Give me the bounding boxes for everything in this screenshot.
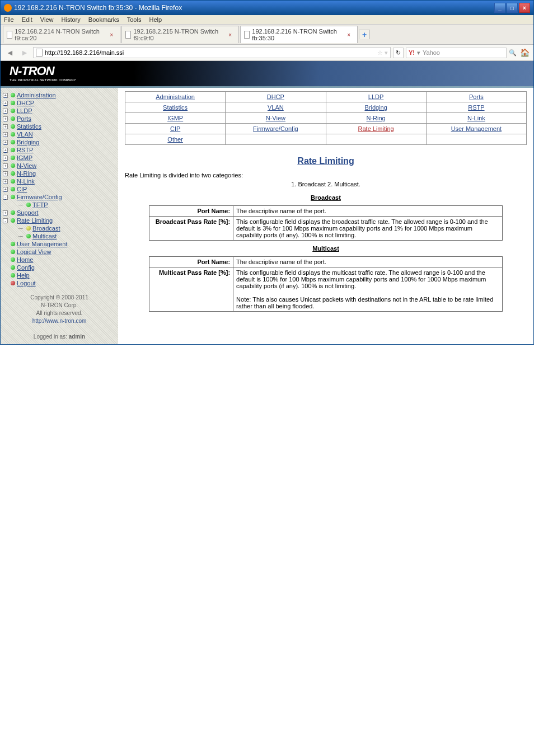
sidebar-item-logical-view[interactable]: Logical View xyxy=(3,248,116,256)
close-icon[interactable]: × xyxy=(347,32,350,38)
forward-button[interactable]: ► xyxy=(18,47,31,58)
minimize-button[interactable]: _ xyxy=(494,3,505,13)
bookmark-star-icon[interactable]: ☆ ▾ xyxy=(377,49,388,57)
menu-help[interactable]: Help xyxy=(149,16,162,23)
expand-icon[interactable]: + xyxy=(3,132,8,137)
sidebar-item-cip[interactable]: +CIP xyxy=(3,185,116,193)
grid-link-n-ring[interactable]: N-Ring xyxy=(367,115,386,121)
sidebar-item-logout[interactable]: Logout xyxy=(3,279,116,287)
tab-0[interactable]: 192.168.2.214 N-TRON Switch f9:ca:20× xyxy=(3,26,120,43)
search-bar[interactable]: Y! ▾ Yahoo xyxy=(406,48,507,58)
expand-icon[interactable]: + xyxy=(3,116,8,121)
bullet-icon xyxy=(26,226,31,231)
grid-link-ports[interactable]: Ports xyxy=(469,93,484,100)
reload-button[interactable]: ↻ xyxy=(393,48,404,58)
field-description: This configurable field displays the bro… xyxy=(233,217,503,241)
sidebar-item-broadcast[interactable]: Broadcast xyxy=(3,224,116,232)
sidebar-item-home[interactable]: Home xyxy=(3,256,116,264)
menu-tools[interactable]: Tools xyxy=(127,16,142,23)
page-icon xyxy=(7,31,12,39)
tab-1[interactable]: 192.168.2.215 N-TRON Switch f9:c9:f0× xyxy=(121,26,239,43)
grid-link-n-view[interactable]: N-View xyxy=(266,115,285,121)
maximize-button[interactable]: □ xyxy=(507,3,518,13)
expand-icon[interactable]: - xyxy=(3,218,8,223)
new-tab-button[interactable]: + xyxy=(359,30,370,39)
sidebar-item-firmware-config[interactable]: -Firmware/Config xyxy=(3,193,116,201)
sidebar-item-vlan[interactable]: +VLAN xyxy=(3,130,116,138)
sidebar-item-bridging[interactable]: +Bridging xyxy=(3,138,116,146)
sidebar-item-config[interactable]: Config xyxy=(3,264,116,271)
expand-icon[interactable]: + xyxy=(3,179,8,184)
grid-link-cip[interactable]: CIP xyxy=(170,125,180,132)
expand-icon[interactable]: - xyxy=(3,195,8,200)
intro-text: Rate Limiting is divided into two catego… xyxy=(125,172,527,179)
grid-link-igmp[interactable]: IGMP xyxy=(167,115,183,121)
menu-edit[interactable]: Edit xyxy=(22,16,32,23)
window-controls: _ □ × xyxy=(494,3,530,13)
sidebar-item-ports[interactable]: +Ports xyxy=(3,115,116,123)
close-button[interactable]: × xyxy=(519,3,530,13)
grid-link-dhcp[interactable]: DHCP xyxy=(267,93,284,100)
grid-link-other[interactable]: Other xyxy=(167,136,183,143)
vendor-link[interactable]: http://www.n-tron.com xyxy=(32,318,87,324)
menu-history[interactable]: History xyxy=(62,16,81,23)
expand-icon[interactable]: + xyxy=(3,148,8,153)
sidebar-item-rate-limiting[interactable]: -Rate Limiting xyxy=(3,217,116,224)
sidebar-item-n-ring[interactable]: +N-Ring xyxy=(3,170,116,177)
menubar: File Edit View History Bookmarks Tools H… xyxy=(1,15,533,25)
sidebar-item-user-management[interactable]: User Management xyxy=(3,240,116,248)
expand-icon[interactable]: + xyxy=(3,163,8,168)
expand-icon[interactable]: + xyxy=(3,101,8,106)
sidebar-item-administration[interactable]: +Administration xyxy=(3,91,116,99)
sidebar-item-statistics[interactable]: +Statistics xyxy=(3,123,116,130)
menu-bookmarks[interactable]: Bookmarks xyxy=(88,16,119,23)
sidebar-item-support[interactable]: +Support xyxy=(3,209,116,217)
bullet-icon xyxy=(11,242,15,246)
expand-icon[interactable]: + xyxy=(3,210,8,215)
expand-icon[interactable]: + xyxy=(3,140,8,145)
bullet-icon xyxy=(11,101,15,105)
brand-logo: N-TRON xyxy=(10,64,54,78)
field-label: Port Name: xyxy=(149,206,233,217)
menu-view[interactable]: View xyxy=(40,16,54,23)
expand-icon[interactable]: + xyxy=(3,156,8,161)
sidebar-item-rstp[interactable]: +RSTP xyxy=(3,146,116,154)
sidebar-item-n-link[interactable]: +N-Link xyxy=(3,177,116,185)
expand-icon[interactable]: + xyxy=(3,109,8,114)
expand-icon[interactable]: + xyxy=(3,124,8,129)
sidebar-item-help[interactable]: Help xyxy=(3,271,116,279)
expand-icon[interactable]: + xyxy=(3,187,8,192)
bullet-icon xyxy=(11,140,15,144)
expand-icon[interactable]: + xyxy=(3,171,8,176)
url-bar[interactable]: http://192.168.2.216/main.ssi ☆ ▾ xyxy=(33,47,391,58)
sidebar-item-multicast[interactable]: Multicast xyxy=(3,232,116,240)
grid-link-n-link[interactable]: N-Link xyxy=(467,115,485,121)
grid-link-firmware-config[interactable]: Firmware/Config xyxy=(253,125,298,132)
search-icon[interactable]: 🔍 xyxy=(509,49,517,57)
close-icon[interactable]: × xyxy=(228,32,232,38)
grid-link-administration[interactable]: Administration xyxy=(156,93,195,100)
menu-file[interactable]: File xyxy=(4,16,14,23)
grid-link-vlan[interactable]: VLAN xyxy=(268,104,284,111)
bullet-icon xyxy=(11,156,15,160)
expand-icon[interactable]: + xyxy=(3,93,8,98)
sidebar-item-dhcp[interactable]: +DHCP xyxy=(3,99,116,107)
sidebar-item-n-view[interactable]: +N-View xyxy=(3,162,116,170)
back-button[interactable]: ◄ xyxy=(4,47,16,58)
sidebar-item-lldp[interactable]: +LLDP xyxy=(3,107,116,115)
grid-link-rate-limiting[interactable]: Rate Limiting xyxy=(358,125,394,132)
sidebar-item-igmp[interactable]: +IGMP xyxy=(3,154,116,162)
field-description: The descriptive name of the port. xyxy=(233,257,503,267)
broadcast-table: Port Name:The descriptive name of the po… xyxy=(149,205,503,241)
grid-link-user-management[interactable]: User Management xyxy=(451,125,502,132)
bullet-icon xyxy=(11,218,15,223)
tab-2[interactable]: 192.168.2.216 N-TRON Switch fb:35:30× xyxy=(240,26,358,43)
bullet-icon xyxy=(11,132,15,137)
grid-link-statistics[interactable]: Statistics xyxy=(163,104,188,111)
grid-link-lldp[interactable]: LLDP xyxy=(368,93,384,100)
close-icon[interactable]: × xyxy=(110,32,113,38)
grid-link-rstp[interactable]: RSTP xyxy=(468,104,484,111)
sidebar-item-tftp[interactable]: TFTP xyxy=(3,201,116,209)
home-button[interactable]: 🏠 xyxy=(519,48,530,57)
grid-link-bridging[interactable]: Bridging xyxy=(364,104,387,111)
